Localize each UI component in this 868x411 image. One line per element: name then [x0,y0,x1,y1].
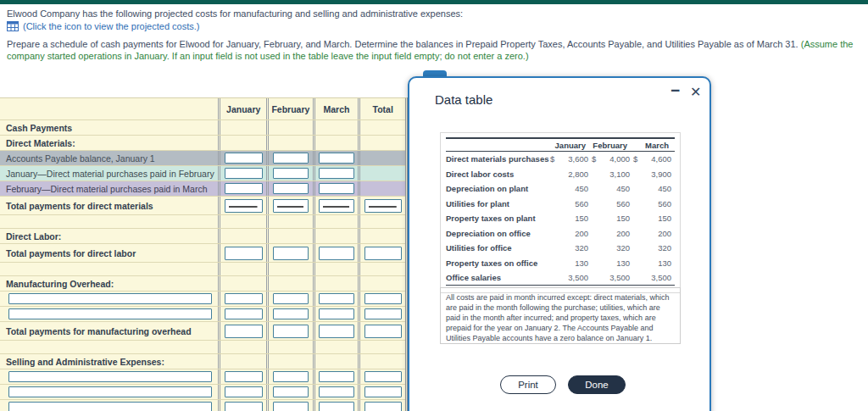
cell-tot [358,151,405,165]
cash-payments-worksheet: JanuaryFebruaryMarchTotal Cash PaymentsD… [0,97,408,411]
cell-jan [218,151,266,165]
minimize-icon[interactable]: − [670,81,680,100]
worksheet-input-tot[interactable] [364,247,402,260]
cell-mar [313,120,359,135]
data-table-value: 200 [575,229,588,238]
data-table-row: Utilities for plant560560560 [446,197,675,212]
worksheet-input-jan[interactable] [225,199,263,213]
data-table-value-cell: 130 [548,258,590,268]
cell-tot [358,197,405,214]
worksheet-input-tot[interactable] [364,386,402,397]
data-table-value: 3,100 [609,169,630,179]
row-label: Manufacturing Overhead: [0,276,218,291]
worksheet-label-input[interactable] [8,293,212,304]
worksheet-input-jan[interactable] [225,325,263,338]
cell-feb [266,307,313,321]
cell-feb [266,120,313,135]
cell-mar [313,307,359,321]
worksheet-input-mar[interactable] [319,183,354,194]
problem-intro-text: Elwood Company has the following project… [7,8,463,19]
worksheet-input-mar[interactable] [319,308,354,319]
worksheet-input-jan[interactable] [225,293,263,304]
data-table-row: Depreciation on office200200200 [446,226,675,242]
worksheet-input-mar[interactable] [319,386,354,397]
data-table-value: 130 [616,258,630,268]
cell-mar [313,229,359,243]
worksheet-input-jan[interactable] [225,168,263,179]
cell-feb [266,263,313,275]
worksheet-input-mar[interactable] [319,371,354,382]
worksheet-input-tot[interactable] [364,402,402,411]
cell-mar [313,181,359,196]
projected-costs-hint[interactable]: (Click the icon to view the projected co… [23,21,199,31]
cell-mar [313,292,359,306]
data-table-value: 560 [575,199,588,208]
worksheet-input-mar[interactable] [319,153,354,164]
worksheet-input-mar[interactable] [319,168,354,179]
worksheet-input-tot[interactable] [364,199,402,213]
cell-feb [266,385,313,399]
data-table-row-label: Office salaries [446,273,548,282]
worksheet-row [0,369,405,385]
cell-feb [266,215,313,228]
row-label [0,341,218,353]
worksheet-input-tot[interactable] [364,325,402,338]
worksheet-input-feb[interactable] [273,402,309,411]
worksheet-input-mar[interactable] [319,325,354,338]
column-header-january: January [218,98,266,119]
cell-tot [358,369,405,384]
data-table-value: 3,500 [651,273,671,282]
data-table-row-label: Property taxes on office [446,258,548,268]
worksheet-input-feb[interactable] [273,247,309,260]
worksheet-input-mar[interactable] [319,293,354,304]
worksheet-input-feb[interactable] [273,153,309,164]
print-button[interactable]: Print [500,375,556,394]
column-header-march: March [313,98,359,119]
worksheet-input-jan[interactable] [225,386,263,397]
projected-costs-table-icon[interactable] [7,21,19,31]
worksheet-input-feb[interactable] [273,371,309,382]
worksheet-input-feb[interactable] [273,386,309,397]
cell-feb [266,322,313,340]
done-button[interactable]: Done [568,375,626,394]
worksheet-input-feb[interactable] [273,293,309,304]
worksheet-label-input[interactable] [8,386,212,397]
worksheet-input-jan[interactable] [225,183,263,194]
worksheet-input-jan[interactable] [225,153,263,164]
worksheet-input-jan[interactable] [225,371,263,382]
worksheet-input-jan[interactable] [225,247,263,260]
cell-tot [358,322,405,340]
data-table-value-cell: 450 [632,184,673,193]
cell-jan [218,120,266,135]
cell-jan [218,369,266,384]
cell-jan [218,136,266,150]
worksheet-input-tot[interactable] [364,293,402,304]
worksheet-input-feb[interactable] [273,325,309,338]
worksheet-input-mar[interactable] [319,402,354,411]
worksheet-label-input[interactable] [8,371,212,382]
data-table-value-cell: 3,500 [632,273,673,282]
data-table-value: 2,800 [568,169,588,179]
worksheet-input-tot[interactable] [364,308,402,319]
cell-mar [313,151,359,165]
worksheet-input-feb[interactable] [273,168,309,179]
worksheet-input-feb[interactable] [273,308,309,319]
cell-mar [313,197,359,214]
data-table-value: 320 [616,243,630,253]
row-label [0,292,218,306]
cell-jan [218,166,266,181]
worksheet-label-input[interactable] [8,402,212,411]
worksheet-input-feb[interactable] [273,199,309,213]
worksheet-input-tot[interactable] [364,371,402,382]
data-table-row-label: Depreciation on office [446,229,548,238]
cell-feb [266,354,313,369]
worksheet-label-input[interactable] [8,308,212,319]
worksheet-input-feb[interactable] [273,183,309,194]
worksheet-input-mar[interactable] [319,199,354,213]
cell-mar [313,276,359,291]
close-icon[interactable]: ✕ [690,84,701,100]
worksheet-input-mar[interactable] [319,247,354,260]
worksheet-input-jan[interactable] [225,402,263,411]
worksheet-input-jan[interactable] [225,308,263,319]
worksheet-header-row: JanuaryFebruaryMarchTotal [0,98,405,120]
